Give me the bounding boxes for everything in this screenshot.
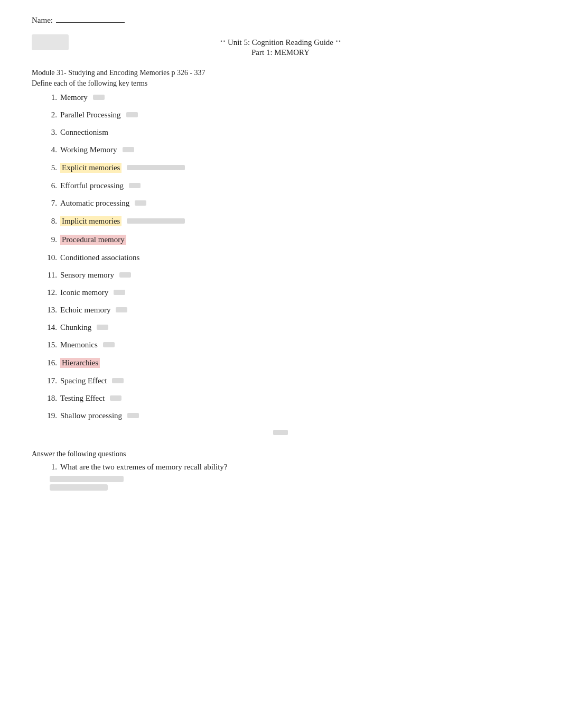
- term-number: 12.: [42, 288, 57, 297]
- question-number: 1.: [42, 463, 57, 472]
- term-label: Implicit memories: [60, 216, 121, 226]
- answer-blurred: [50, 476, 529, 491]
- redacted-block: [114, 290, 125, 295]
- term-label: Automatic processing: [60, 199, 129, 208]
- list-item: 10. Conditioned associations: [42, 253, 529, 262]
- term-label: Mnemonics: [60, 340, 98, 349]
- list-item: 12. Iconic memory: [42, 288, 529, 297]
- list-item: 17. Spacing Effect: [42, 376, 529, 385]
- term-number: 1.: [42, 93, 57, 102]
- name-underline[interactable]: [56, 22, 125, 23]
- term-number: 2.: [42, 110, 57, 119]
- term-number: 10.: [42, 253, 57, 262]
- header-title: Unit 5: Cognition Reading Guide: [228, 38, 333, 47]
- redacted-block: [110, 395, 121, 401]
- page-header: ·· Unit 5: Cognition Reading Guide ·· Pa…: [32, 34, 529, 57]
- term-label: Spacing Effect: [60, 376, 107, 385]
- redacted-block: [103, 342, 115, 347]
- term-number: 8.: [42, 217, 57, 226]
- term-number: 3.: [42, 128, 57, 137]
- list-item: 11. Sensory memory: [42, 271, 529, 280]
- answer-instruction: Answer the following questions: [32, 450, 529, 458]
- term-label: Echoic memory: [60, 306, 110, 315]
- redacted-block: [97, 325, 108, 330]
- term-number: 16.: [42, 358, 57, 367]
- term-label: Effortful processing: [60, 181, 124, 190]
- module-title: Module 31- Studying and Encoding Memorie…: [32, 69, 529, 77]
- term-number: 4.: [42, 145, 57, 154]
- redacted-block: [116, 307, 127, 312]
- term-label: Iconic memory: [60, 288, 108, 297]
- redacted-block: [112, 378, 124, 383]
- redacted-block: [135, 200, 146, 206]
- dots-left: ··: [220, 34, 226, 48]
- redacted-block: [273, 430, 288, 435]
- term-label: Working Memory: [60, 145, 117, 154]
- define-instruction: Define each of the following key terms: [32, 79, 529, 88]
- answer-blur-line-2: [50, 484, 108, 491]
- redacted-block: [129, 183, 141, 188]
- header-subtitle: Part 1: MEMORY: [251, 48, 310, 57]
- term-label: Procedural memory: [60, 235, 126, 245]
- list-item: 14. Chunking: [42, 323, 529, 332]
- term-number: 18.: [42, 394, 57, 403]
- list-item: 15. Mnemonics: [42, 340, 529, 349]
- term-label: Sensory memory: [60, 271, 114, 280]
- list-item: 1. Memory: [42, 93, 529, 102]
- term-label: Conditioned associations: [60, 253, 139, 262]
- dots-right: ··: [335, 34, 341, 48]
- question-text: What are the two extremes of memory reca…: [60, 463, 228, 472]
- term-number: 17.: [42, 376, 57, 385]
- term-label: Parallel Processing: [60, 110, 121, 119]
- redacted-block: [119, 272, 131, 278]
- term-number: 15.: [42, 340, 57, 349]
- redacted-block: [127, 413, 139, 418]
- terms-list: 1. Memory 2. Parallel Processing 3. Conn…: [32, 93, 529, 420]
- term-label: Memory: [60, 93, 88, 102]
- list-item: 16. Hierarchies: [42, 358, 529, 368]
- list-item: 6. Effortful processing: [42, 181, 529, 190]
- term-number: 6.: [42, 181, 57, 190]
- redacted-block: [127, 218, 185, 224]
- list-item: 5. Explicit memories: [42, 163, 529, 173]
- term-label: Explicit memories: [60, 163, 121, 173]
- list-item: 2. Parallel Processing: [42, 110, 529, 119]
- logo: [32, 34, 69, 50]
- redacted-block: [127, 165, 185, 170]
- answer-list-item: 1. What are the two extremes of memory r…: [42, 463, 529, 472]
- list-item: 3. Connectionism: [42, 128, 529, 137]
- answer-blur-line-1: [50, 476, 124, 482]
- term-label: Chunking: [60, 323, 91, 332]
- redacted-block: [93, 95, 105, 100]
- answer-list: 1. What are the two extremes of memory r…: [32, 463, 529, 472]
- list-item: 4. Working Memory: [42, 145, 529, 154]
- term-number: 14.: [42, 323, 57, 332]
- term-number: 7.: [42, 199, 57, 208]
- term-label: Testing Effect: [60, 394, 105, 403]
- term-number: 13.: [42, 306, 57, 315]
- name-line: Name:: [32, 16, 529, 25]
- list-item: 8. Implicit memories: [42, 216, 529, 226]
- redacted-block: [123, 147, 134, 152]
- list-item: 19. Shallow processing: [42, 411, 529, 420]
- bottom-redacted: [32, 430, 529, 435]
- list-item: 9. Procedural memory: [42, 235, 529, 245]
- term-label: Connectionism: [60, 128, 108, 137]
- term-number: 9.: [42, 235, 57, 244]
- list-item: 18. Testing Effect: [42, 394, 529, 403]
- term-number: 19.: [42, 411, 57, 420]
- term-label: Hierarchies: [60, 358, 100, 368]
- list-item: 7. Automatic processing: [42, 199, 529, 208]
- term-label: Shallow processing: [60, 411, 122, 420]
- term-number: 11.: [42, 271, 57, 280]
- redacted-block: [126, 112, 138, 117]
- term-number: 5.: [42, 163, 57, 172]
- name-label: Name:: [32, 16, 53, 24]
- list-item: 13. Echoic memory: [42, 306, 529, 315]
- answer-section: Answer the following questions 1. What a…: [32, 450, 529, 491]
